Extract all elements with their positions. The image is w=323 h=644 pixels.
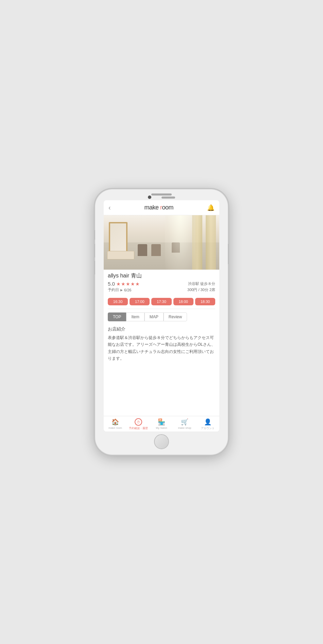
star-1: ★ bbox=[116, 281, 121, 287]
time-slot-1[interactable]: 17:00 bbox=[130, 298, 150, 305]
nav-booking[interactable]: ⏱ 予約確認・履歴 bbox=[127, 418, 150, 430]
divider bbox=[108, 309, 215, 309]
home-icon: 🏠 bbox=[112, 418, 119, 426]
home-button[interactable] bbox=[154, 434, 169, 449]
side-button-mute bbox=[94, 230, 95, 240]
bottom-nav: 🏠 make room ⏱ 予約確認・履歴 🏪 My Salon 🛒 make … bbox=[104, 416, 219, 431]
nav-booking-label: 予約確認・履歴 bbox=[129, 426, 148, 430]
tab-top[interactable]: TOP bbox=[108, 312, 126, 321]
phone-frame: ‹ make room 🔔 allys hair 青山 bbox=[95, 189, 228, 455]
phone-camera bbox=[148, 196, 151, 199]
phone-speaker bbox=[151, 193, 172, 196]
price-info: 300円 / 30分 2席 bbox=[187, 287, 215, 292]
time-slot-0[interactable]: 16:30 bbox=[108, 298, 128, 305]
star-2: ★ bbox=[121, 281, 125, 287]
booking-date-value: 6/26 bbox=[124, 288, 131, 292]
account-icon: 👤 bbox=[204, 418, 211, 426]
salon-info: allys hair 青山 5.0 ★ ★ ★ ★ ★ 渋谷駅 徒歩８分 予約日 bbox=[104, 270, 219, 296]
time-slot-4[interactable]: 18:30 bbox=[195, 298, 215, 305]
nav-account-label: アカウント bbox=[201, 426, 215, 430]
side-button-power bbox=[228, 244, 229, 264]
tab-review[interactable]: Review bbox=[164, 312, 187, 321]
rating-left: 5.0 ★ ★ ★ ★ ★ bbox=[108, 281, 140, 287]
nav-home-label: make room bbox=[108, 426, 122, 429]
section-body: 表参道駅＆渋谷駅から徒歩８分でどちらからもアクセス可能なお店です。アリーズヘアー… bbox=[108, 334, 215, 362]
nav-mysalon-label: My Salon bbox=[156, 426, 167, 429]
rating-row: 5.0 ★ ★ ★ ★ ★ 渋谷駅 徒歩８分 bbox=[108, 281, 215, 287]
phone-sensor bbox=[162, 197, 175, 199]
phone-screen: ‹ make room 🔔 allys hair 青山 bbox=[104, 200, 219, 431]
time-slot-2[interactable]: 17:30 bbox=[151, 298, 171, 305]
notification-icon[interactable]: 🔔 bbox=[207, 204, 215, 211]
star-4: ★ bbox=[131, 281, 135, 287]
time-slot-3[interactable]: 18:00 bbox=[173, 298, 193, 305]
side-button-vol-up bbox=[94, 244, 95, 257]
booking-date-label: 予約日 bbox=[108, 287, 119, 292]
star-5: ★ bbox=[135, 281, 140, 287]
play-icon: ▶ bbox=[120, 288, 123, 292]
time-slots-container: 16:30 17:00 17:30 18:00 18:30 bbox=[104, 296, 219, 307]
nav-account[interactable]: 👤 アカウント bbox=[196, 418, 219, 430]
shop-icon: 🛒 bbox=[181, 418, 188, 426]
booking-row: 予約日 ▶ 6/26 300円 / 30分 2席 bbox=[108, 287, 215, 292]
star-3: ★ bbox=[126, 281, 130, 287]
salon-hero-image bbox=[104, 215, 219, 270]
stars: ★ ★ ★ ★ ★ bbox=[116, 281, 140, 287]
tabs-container: TOP Item MAP Review bbox=[104, 310, 219, 323]
nav-mysalon[interactable]: 🏪 My Salon bbox=[150, 418, 173, 430]
station-info: 渋谷駅 徒歩８分 bbox=[188, 281, 215, 286]
tab-map[interactable]: MAP bbox=[144, 312, 164, 321]
nav-shop-label: make shop bbox=[178, 426, 191, 429]
app-header: ‹ make room 🔔 bbox=[104, 200, 219, 215]
tab-item[interactable]: Item bbox=[126, 312, 144, 321]
nav-home[interactable]: 🏠 make room bbox=[104, 418, 127, 430]
salon-name: allys hair 青山 bbox=[108, 272, 215, 279]
content-area: お店紹介 表参道駅＆渋谷駅から徒歩８分でどちらからもアクセス可能なお店です。アリ… bbox=[104, 323, 219, 416]
rating-score: 5.0 bbox=[108, 281, 115, 287]
clock-icon: ⏱ bbox=[135, 418, 142, 426]
nav-shop[interactable]: 🛒 make shop bbox=[173, 418, 196, 430]
booking-date: 予約日 ▶ 6/26 bbox=[108, 287, 131, 292]
section-title: お店紹介 bbox=[108, 326, 215, 332]
mysalon-icon: 🏪 bbox=[158, 418, 165, 426]
back-button[interactable]: ‹ bbox=[108, 204, 111, 211]
logo-r: r bbox=[160, 204, 162, 211]
side-button-vol-down bbox=[94, 261, 95, 274]
app-logo: make room bbox=[144, 204, 174, 211]
